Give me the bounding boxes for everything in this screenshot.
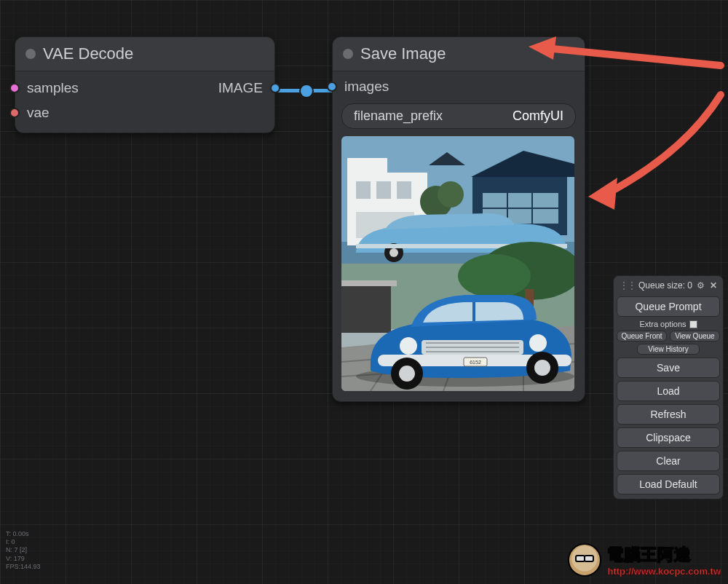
collapse-icon[interactable] xyxy=(343,49,353,59)
load-default-button[interactable]: Load Default xyxy=(617,474,720,494)
node-title: Save Image xyxy=(360,44,446,63)
annotation-arrow-icon xyxy=(582,87,728,211)
watermark: 電腦王阿達 http://www.kocpc.com.tw xyxy=(568,543,721,577)
widget-value: ComfyUI xyxy=(513,108,563,124)
port-label: vae xyxy=(27,105,50,121)
load-button[interactable]: Load xyxy=(617,381,720,401)
svg-point-15 xyxy=(438,181,464,208)
port-label: images xyxy=(344,79,389,95)
image-preview[interactable]: 6152 xyxy=(341,136,574,391)
svg-text:6152: 6152 xyxy=(470,360,481,365)
svg-rect-4 xyxy=(356,181,371,199)
queue-prompt-button[interactable]: Queue Prompt xyxy=(617,296,720,317)
svg-rect-6 xyxy=(397,181,411,199)
input-port-vae[interactable]: vae xyxy=(15,100,208,125)
clear-button[interactable]: Clear xyxy=(617,451,720,471)
svg-rect-26 xyxy=(341,282,391,333)
watermark-url: http://www.kocpc.com.tw xyxy=(607,566,721,577)
port-label: IMAGE xyxy=(218,80,263,96)
node-title: VAE Decode xyxy=(43,44,133,63)
svg-point-44 xyxy=(399,366,415,382)
svg-point-41 xyxy=(400,337,417,355)
close-icon[interactable]: ✕ xyxy=(710,280,717,291)
canvas-stats: T: 0.00s I: 0 N: 7 [2] V: 179 FPS:144.93 xyxy=(6,530,41,571)
node-header[interactable]: Save Image xyxy=(333,37,585,71)
queue-front-button[interactable]: Queue Front xyxy=(617,331,667,342)
extra-options-label: Extra options xyxy=(639,320,686,328)
svg-point-17 xyxy=(389,248,398,257)
input-port-samples[interactable]: samples xyxy=(15,76,208,100)
svg-point-46 xyxy=(534,360,550,376)
drag-handle-icon[interactable]: ⋮⋮ xyxy=(620,280,636,291)
output-port-image[interactable]: IMAGE xyxy=(208,76,274,100)
refresh-button[interactable]: Refresh xyxy=(617,404,720,425)
extra-options-row[interactable]: Extra options xyxy=(617,320,720,328)
widget-filename-prefix[interactable]: filename_prefix ComfyUI xyxy=(341,103,576,129)
view-history-button[interactable]: View History xyxy=(637,344,699,355)
input-port-images[interactable]: images xyxy=(333,71,585,99)
control-panel[interactable]: ⋮⋮ Queue size: 0 ⚙ ✕ Queue Prompt Extra … xyxy=(613,275,724,500)
svg-rect-5 xyxy=(376,181,391,199)
svg-point-42 xyxy=(529,334,547,352)
widget-label: filename_prefix xyxy=(354,108,443,124)
svg-point-24 xyxy=(458,254,531,298)
view-queue-button[interactable]: View Queue xyxy=(670,331,720,342)
node-header[interactable]: VAE Decode xyxy=(15,37,274,71)
watermark-title: 電腦王阿達 xyxy=(607,544,721,566)
queue-size-label: Queue size: 0 xyxy=(638,280,692,291)
svg-rect-3 xyxy=(347,158,387,176)
connection-midpoint-icon xyxy=(301,85,312,97)
node-save-image[interactable]: Save Image images filename_prefix ComfyU… xyxy=(332,36,585,402)
node-vae-decode[interactable]: VAE Decode samples vae IMAGE xyxy=(15,36,275,133)
port-dot-icon xyxy=(327,82,337,92)
extra-options-checkbox[interactable] xyxy=(689,320,697,328)
svg-rect-27 xyxy=(341,280,397,286)
port-dot-icon xyxy=(9,83,20,93)
clipspace-button[interactable]: Clipspace xyxy=(617,427,720,448)
save-button[interactable]: Save xyxy=(617,358,720,378)
gear-icon[interactable]: ⚙ xyxy=(697,280,705,291)
collapse-icon[interactable] xyxy=(25,49,36,59)
port-dot-icon xyxy=(270,83,280,93)
port-label: samples xyxy=(27,80,79,96)
port-dot-icon xyxy=(9,108,20,118)
svg-marker-51 xyxy=(588,178,617,210)
watermark-avatar-icon xyxy=(568,543,601,577)
